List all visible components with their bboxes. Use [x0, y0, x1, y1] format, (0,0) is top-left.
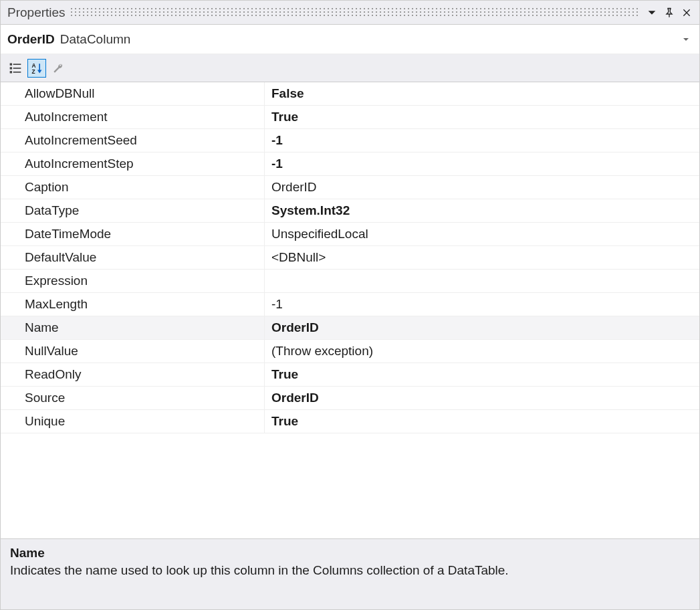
property-label: DefaultValue	[1, 246, 265, 269]
description-text: Indicates the name used to look up this …	[10, 563, 690, 578]
panel-title: Properties	[7, 5, 66, 20]
chevron-down-icon	[647, 7, 657, 18]
property-label: Name	[1, 316, 265, 339]
property-row[interactable]: DefaultValue<DBNull>	[1, 246, 699, 270]
property-row[interactable]: AllowDBNullFalse	[1, 82, 699, 106]
property-value[interactable]: -1	[265, 293, 699, 316]
pin-icon	[664, 7, 675, 18]
object-selector[interactable]: OrderID DataColumn	[1, 25, 699, 54]
property-value[interactable]: OrderID	[265, 387, 699, 409]
property-label: DateTimeMode	[1, 223, 265, 245]
svg-text:Z: Z	[32, 68, 35, 75]
property-row[interactable]: Expression	[1, 270, 699, 293]
property-row[interactable]: MaxLength-1	[1, 293, 699, 316]
property-row[interactable]: DataTypeSystem.Int32	[1, 199, 699, 223]
svg-rect-8	[13, 72, 21, 73]
svg-rect-4	[10, 67, 12, 69]
property-value[interactable]: True	[265, 363, 699, 386]
property-value[interactable]: UnspecifiedLocal	[265, 223, 699, 245]
object-dropdown-button[interactable]	[679, 33, 693, 46]
property-grid: AllowDBNullFalseAutoIncrementTrueAutoInc…	[1, 82, 699, 538]
property-value[interactable]: True	[265, 106, 699, 128]
property-label: AutoIncrement	[1, 106, 265, 128]
properties-panel: Properties OrderID DataColumn	[0, 0, 700, 610]
window-options-button[interactable]	[643, 4, 661, 21]
property-row[interactable]: DateTimeModeUnspecifiedLocal	[1, 223, 699, 246]
property-row[interactable]: ReadOnlyTrue	[1, 363, 699, 387]
property-value[interactable]: False	[265, 82, 699, 105]
close-button[interactable]	[678, 4, 695, 21]
property-value[interactable]: -1	[265, 129, 699, 152]
property-label: AutoIncrementSeed	[1, 129, 265, 152]
property-value[interactable]	[265, 270, 699, 292]
property-row[interactable]: CaptionOrderID	[1, 176, 699, 199]
pin-button[interactable]	[661, 4, 678, 21]
close-icon	[681, 7, 692, 18]
property-label: Source	[1, 387, 265, 409]
titlebar-grip[interactable]	[71, 8, 638, 17]
property-label: Caption	[1, 176, 265, 199]
property-label: NullValue	[1, 340, 265, 363]
alphabetical-icon: A Z	[30, 62, 43, 75]
svg-rect-7	[13, 68, 21, 69]
property-row[interactable]: AutoIncrementSeed-1	[1, 129, 699, 152]
categorized-icon	[9, 62, 22, 75]
object-name: OrderID	[7, 32, 55, 47]
wrench-icon	[51, 62, 65, 75]
property-value[interactable]: -1	[265, 152, 699, 175]
alphabetical-button[interactable]: A Z	[27, 59, 46, 78]
property-row[interactable]: NullValue(Throw exception)	[1, 340, 699, 363]
panel-titlebar: Properties	[1, 1, 699, 25]
property-row[interactable]: UniqueTrue	[1, 410, 699, 433]
property-row[interactable]: SourceOrderID	[1, 387, 699, 410]
svg-rect-3	[10, 63, 12, 65]
property-value[interactable]: (Throw exception)	[265, 340, 699, 363]
property-row[interactable]: NameOrderID	[1, 316, 699, 340]
svg-rect-6	[13, 64, 21, 65]
object-type: DataColumn	[60, 32, 131, 47]
property-value[interactable]: OrderID	[265, 316, 699, 339]
property-value[interactable]: System.Int32	[265, 199, 699, 222]
property-pages-button[interactable]	[49, 59, 68, 78]
property-value[interactable]: OrderID	[265, 176, 699, 199]
description-name: Name	[10, 546, 690, 561]
property-label: Unique	[1, 410, 265, 433]
property-label: ReadOnly	[1, 363, 265, 386]
property-row[interactable]: AutoIncrementStep-1	[1, 152, 699, 176]
property-label: AutoIncrementStep	[1, 152, 265, 175]
property-label: AllowDBNull	[1, 82, 265, 105]
properties-toolbar: A Z	[1, 54, 699, 82]
property-label: MaxLength	[1, 293, 265, 316]
property-value[interactable]: <DBNull>	[265, 246, 699, 269]
property-label: Expression	[1, 270, 265, 292]
property-value[interactable]: True	[265, 410, 699, 433]
chevron-down-icon	[682, 35, 690, 43]
categorized-button[interactable]	[6, 59, 25, 78]
description-pane: Name Indicates the name used to look up …	[1, 538, 699, 609]
property-label: DataType	[1, 199, 265, 222]
svg-rect-5	[10, 71, 12, 73]
property-row[interactable]: AutoIncrementTrue	[1, 106, 699, 129]
